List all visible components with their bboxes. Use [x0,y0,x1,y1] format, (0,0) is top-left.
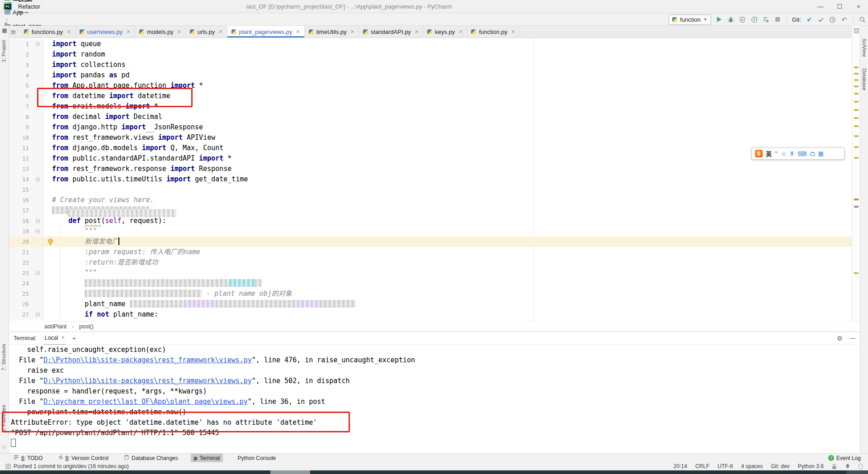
close-icon[interactable]: ✕ [61,335,65,341]
editor-tab[interactable]: urls.py ✕ [186,26,227,38]
sidebar-item-project[interactable]: 1: Project [1,40,6,62]
line-number[interactable]: 2 [9,49,33,60]
editor-tab[interactable]: user\views.py ✕ [75,26,135,38]
line-number[interactable]: 8 [9,112,33,122]
hide-icon[interactable]: — [850,335,856,341]
line-number[interactable]: 25 [9,289,33,299]
tool-window-toggle-icon[interactable] [2,28,7,33]
ime-language-toggle[interactable]: 英 [766,149,772,158]
stripe-mark[interactable] [854,135,859,137]
error-stripe[interactable] [852,26,860,321]
line-number[interactable]: 18 [9,216,33,226]
ime-skin-icon[interactable] [810,152,815,156]
stripe-mark[interactable] [854,101,859,103]
tab-list-icon[interactable]: ▤ [11,29,16,34]
line-number[interactable]: 19 [9,226,33,237]
lock-icon[interactable] [832,464,837,469]
sidebar-item-structure[interactable]: 7: Structure [1,344,6,370]
line-number[interactable]: 22 [9,257,33,268]
breadcrumb-item[interactable]: last_OF [5,0,42,2]
sidebar-item-database[interactable]: Database [862,68,867,90]
run-configurations-list-button[interactable] [762,16,770,24]
editor-tab[interactable]: timeUtils.py ✕ [305,26,359,38]
editor-tab[interactable]: standardAPI.py ✕ [359,26,423,38]
status-item[interactable]: Python 3.6 [798,463,824,469]
run-button[interactable] [715,16,723,24]
git-update-button[interactable] [805,16,813,24]
stripe-mark[interactable] [854,79,859,81]
stop-button[interactable] [774,16,782,24]
fold-marker[interactable] [33,216,43,226]
close-icon[interactable]: ✕ [218,29,222,35]
stripe-mark[interactable] [854,157,859,159]
favorites-star-icon[interactable]: ☆ [1,444,7,450]
breadcrumb-method[interactable]: post() [79,323,94,330]
status-item[interactable]: 20:14 [674,463,687,469]
stripe-mark[interactable] [854,125,859,127]
ime-keyboard-icon[interactable]: ⌨ [797,151,807,157]
stripe-mark[interactable] [854,206,859,208]
status-item[interactable]: CRLF [695,463,709,469]
stacktrace-link[interactable]: D:\Python\lib\site-packages\rest_framewo… [43,377,252,385]
intention-bulb-icon[interactable] [47,238,54,246]
close-icon[interactable]: ✕ [511,29,515,35]
profiler-button[interactable] [750,16,758,24]
hector-inspector-icon[interactable] [845,464,850,469]
fold-marker[interactable] [33,226,43,237]
line-number[interactable]: 11 [9,143,33,153]
stripe-settings-icon[interactable] [854,28,859,33]
stripe-mark[interactable] [854,85,859,87]
line-number[interactable]: 1 [9,39,33,49]
line-number[interactable]: 27 [9,309,33,320]
stripe-mark[interactable] [854,199,859,200]
sidebar-item-sciview[interactable]: SciView [862,38,867,57]
line-number[interactable]: 23 [9,268,33,278]
close-icon[interactable]: ✕ [458,29,462,35]
ime-menu-icon[interactable]: ▦ [818,151,824,156]
gear-icon[interactable]: ⚙ [837,335,843,342]
close-icon[interactable]: ✕ [296,29,300,35]
tool-window-button-terminal[interactable]: >_ Terminal [191,454,223,462]
stripe-mark[interactable] [854,66,859,68]
git-history-button[interactable] [829,16,836,24]
status-item[interactable]: 4 spaces [741,463,763,469]
line-number[interactable]: 4 [9,70,33,81]
run-configuration-select[interactable]: function ▼ [669,14,711,25]
close-button[interactable]: × [849,0,868,13]
fold-marker[interactable] [33,268,43,278]
ime-toolbar[interactable]: S 英 ” ☺ ⌨ ▦ [751,147,844,160]
stacktrace-link[interactable]: D:\Python\lib\site-packages\rest_framewo… [43,356,252,364]
stripe-mark[interactable] [854,73,859,75]
line-number[interactable]: 15 [9,185,33,195]
git-rollback-button[interactable]: ↶ [840,16,848,24]
ime-emoji-icon[interactable]: ☺ [781,151,787,156]
line-number[interactable]: 10 [9,133,33,143]
tool-window-button-databasechanges[interactable]: Database Changes [121,454,181,462]
tool-window-button-pythonconsole[interactable]: Python Console [233,454,279,462]
stripe-mark[interactable] [854,93,859,95]
status-message-icon[interactable] [5,464,11,469]
line-number[interactable]: 21 [9,247,33,257]
code-editor[interactable]: 1 import queue 2 import random 3 import … [9,38,852,321]
line-number[interactable]: 9 [9,122,33,133]
line-number[interactable]: 5 [9,81,33,91]
stripe-mark[interactable] [854,146,859,148]
line-number[interactable]: 17 [9,205,33,216]
tool-window-button-versioncontrol[interactable]: 9: Version Control [56,454,111,462]
status-item[interactable]: Git: dev [771,463,789,469]
editor-tab[interactable]: functions.py ✕ [20,26,75,38]
line-number[interactable]: 20 [9,237,33,247]
stripe-mark[interactable] [854,272,859,274]
line-number[interactable]: 3 [9,60,33,70]
stripe-mark[interactable] [854,117,859,119]
sogou-logo-icon[interactable]: S [755,150,763,157]
debug-button[interactable] [727,16,735,24]
ime-mic-icon[interactable] [790,151,794,156]
close-icon[interactable]: ✕ [415,29,419,35]
breadcrumb-class[interactable]: addPlant [44,323,66,330]
maximize-button[interactable]: ☐ [830,0,849,13]
status-message[interactable]: Pushed 1 commit to origin/dev (16 minute… [14,463,129,469]
reading-mode-icon[interactable] [859,464,863,469]
run-with-coverage-button[interactable] [739,16,746,24]
stacktrace-link[interactable]: D:\pycharm project\last OF\App\plant pag… [43,398,248,406]
